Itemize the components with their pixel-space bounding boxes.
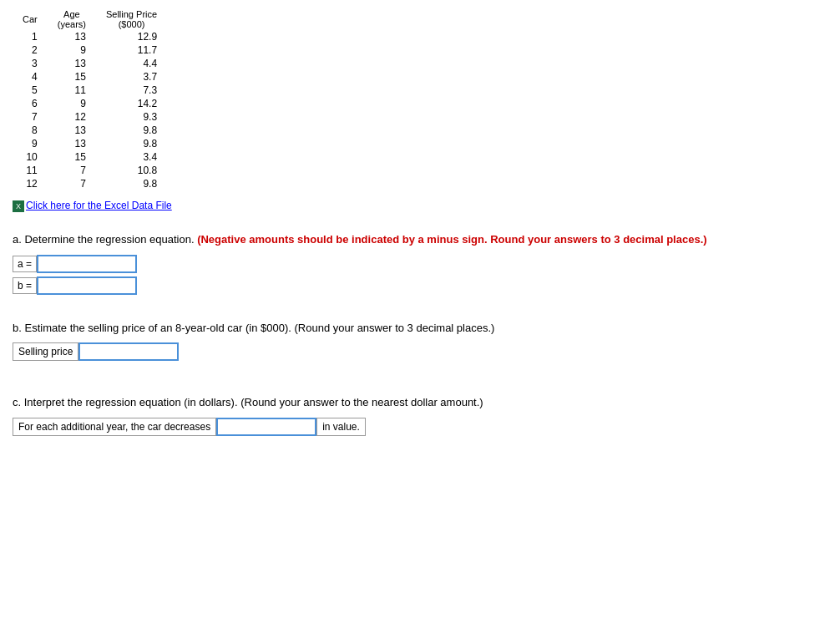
section-c-label: c. (13, 396, 21, 408)
table-cell-price: 3.4 (96, 150, 167, 164)
table-cell-age: 13 (48, 124, 96, 137)
table-cell-age: 9 (48, 43, 96, 57)
table-cell-age: 9 (48, 97, 96, 110)
table-cell-price: 12.9 (96, 30, 167, 43)
table-cell-price: 9.8 (96, 177, 167, 190)
table-row: 4153.7 (13, 70, 167, 84)
table-cell-car: 8 (13, 124, 48, 137)
selling-price-row: Selling price (13, 342, 827, 361)
table-cell-car: 3 (13, 57, 48, 70)
table-cell-price: 14.2 (96, 97, 167, 110)
excel-link-label: Click here for the Excel Data File (26, 200, 172, 211)
section-a-text: a. Determine the regression equation. (N… (13, 231, 827, 248)
table-cell-car: 5 (13, 84, 48, 97)
table-cell-price: 7.3 (96, 84, 167, 97)
table-row: 3134.4 (13, 57, 167, 70)
a-input-row: a = (13, 255, 827, 273)
table-row: 5117.3 (13, 84, 167, 97)
selling-price-label: Selling price (13, 342, 78, 361)
section-c-note: (Round your answer to the nearest dollar… (240, 396, 483, 408)
table-row: 6914.2 (13, 97, 167, 110)
section-b-label: b. (13, 322, 22, 334)
table-cell-car: 9 (13, 137, 48, 150)
table-cell-car: 12 (13, 177, 48, 190)
a-label: a = (13, 256, 37, 272)
selling-price-input[interactable] (78, 342, 179, 361)
table-cell-age: 11 (48, 84, 96, 97)
b-label: b = (13, 277, 37, 294)
table-row: 10153.4 (13, 150, 167, 164)
interpret-row: For each additional year, the car decrea… (13, 418, 827, 436)
table-cell-age: 15 (48, 70, 96, 84)
section-b-note: (Round your answer to 3 decimal places.) (294, 322, 494, 334)
table-row: 9139.8 (13, 137, 167, 150)
interpret-suffix-label: in value. (316, 418, 366, 436)
section-a-label: a. (13, 233, 22, 246)
section-b: b. Estimate the selling price of an 8-ye… (13, 320, 827, 362)
table-cell-car: 4 (13, 70, 48, 84)
table-cell-price: 9.8 (96, 124, 167, 137)
table-cell-car: 6 (13, 97, 48, 110)
table-cell-age: 15 (48, 150, 96, 164)
table-row: 7129.3 (13, 110, 167, 124)
table-cell-age: 13 (48, 137, 96, 150)
table-cell-price: 10.8 (96, 164, 167, 177)
section-a: a. Determine the regression equation. (N… (13, 231, 827, 295)
table-cell-age: 13 (48, 30, 96, 43)
section-c-text: c. Interpret the regression equation (in… (13, 394, 827, 411)
table-row: 11710.8 (13, 164, 167, 177)
table-cell-car: 1 (13, 30, 48, 43)
table-cell-price: 11.7 (96, 43, 167, 57)
table-row: 2911.7 (13, 43, 167, 57)
section-b-description: Estimate the selling price of an 8-year-… (24, 322, 291, 334)
col-car-header: Car (13, 8, 48, 30)
table-cell-car: 7 (13, 110, 48, 124)
table-cell-car: 2 (13, 43, 48, 57)
table-cell-price: 9.3 (96, 110, 167, 124)
interpret-input[interactable] (216, 418, 316, 436)
interpret-prefix-label: For each additional year, the car decrea… (13, 418, 216, 436)
section-a-note: (Negative amounts should be indicated by… (197, 233, 706, 246)
b-input[interactable] (37, 276, 137, 295)
col-age-header: Age(years) (48, 8, 96, 30)
table-cell-car: 10 (13, 150, 48, 164)
table-row: 11312.9 (13, 30, 167, 43)
table-cell-age: 12 (48, 110, 96, 124)
data-table: Car Age(years) Selling Price($000) 11312… (13, 8, 167, 190)
excel-icon: X (13, 200, 24, 212)
table-row: 1279.8 (13, 177, 167, 190)
table-cell-price: 3.7 (96, 70, 167, 84)
a-input[interactable] (37, 255, 137, 273)
table-cell-price: 4.4 (96, 57, 167, 70)
section-b-text: b. Estimate the selling price of an 8-ye… (13, 320, 827, 337)
table-cell-car: 11 (13, 164, 48, 177)
col-price-header: Selling Price($000) (96, 8, 167, 30)
table-cell-price: 9.8 (96, 137, 167, 150)
section-c: c. Interpret the regression equation (in… (13, 394, 827, 436)
section-c-description: Interpret the regression equation (in do… (24, 396, 238, 408)
b-input-row: b = (13, 276, 827, 295)
table-cell-age: 7 (48, 177, 96, 190)
table-cell-age: 7 (48, 164, 96, 177)
section-a-description: Determine the regression equation. (24, 233, 194, 246)
table-row: 8139.8 (13, 124, 167, 137)
table-cell-age: 13 (48, 57, 96, 70)
excel-link[interactable]: Click here for the Excel Data File (26, 200, 172, 211)
